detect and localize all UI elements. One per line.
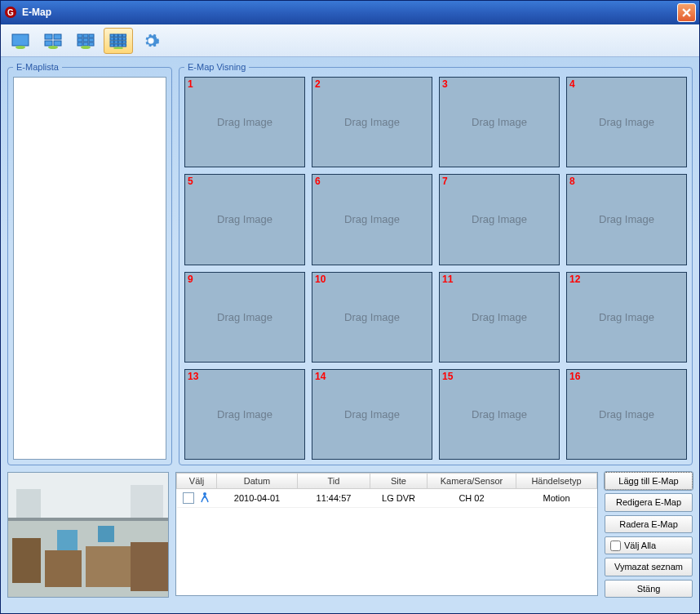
app-logo-icon: G: [4, 6, 17, 19]
svg-rect-19: [110, 34, 114, 37]
grid-cell-15[interactable]: 15Drag Image: [439, 369, 560, 460]
window-title: E-Map: [22, 7, 677, 18]
grid-cell-6[interactable]: 6Drag Image: [312, 174, 432, 265]
col-type[interactable]: Händelsetyp: [516, 474, 597, 489]
grid-cell-10[interactable]: 10Drag Image: [312, 272, 432, 363]
drag-image-label: Drag Image: [217, 213, 272, 225]
edit-emap-button[interactable]: Redigera E-Map: [605, 493, 693, 511]
svg-rect-6: [45, 41, 52, 46]
grid-cell-4[interactable]: 4Drag Image: [566, 77, 687, 167]
svg-rect-24: [114, 38, 118, 40]
svg-rect-39: [8, 518, 168, 521]
emap-window: G E-Map: [0, 0, 700, 614]
table-row[interactable]: 2010-04-01 11:44:57 LG DVR CH 02 Motion: [177, 489, 597, 508]
row-checkbox[interactable]: [183, 492, 194, 504]
main-area: E-Maplista E-Map Visning 1Drag Image2Dra…: [1, 57, 699, 465]
grid-cell-16[interactable]: 16Drag Image: [566, 369, 687, 460]
svg-rect-23: [110, 38, 114, 40]
clear-list-button[interactable]: Vymazat seznam: [605, 558, 693, 576]
side-buttons: Lägg till E-Map Redigera E-Map Radera E-…: [605, 472, 693, 598]
svg-point-8: [48, 46, 58, 49]
emap-grid: 1Drag Image2Drag Image3Drag Image4Drag I…: [184, 77, 687, 460]
delete-emap-button[interactable]: Radera E-Map: [605, 515, 693, 533]
svg-point-18: [81, 46, 91, 49]
svg-rect-47: [98, 526, 114, 542]
layout-1-icon: [11, 33, 30, 49]
grid-cell-5[interactable]: 5Drag Image: [184, 174, 305, 265]
svg-rect-15: [78, 42, 82, 46]
svg-rect-34: [122, 44, 126, 47]
row-select-cell[interactable]: [177, 489, 217, 508]
layout-9-icon: [76, 33, 95, 49]
drag-image-label: Drag Image: [217, 116, 272, 128]
settings-button[interactable]: [136, 28, 166, 54]
drag-image-label: Drag Image: [344, 213, 400, 225]
add-emap-button[interactable]: Lägg till E-Map: [605, 472, 693, 490]
drag-image-label: Drag Image: [472, 213, 527, 225]
select-all-row[interactable]: Välj Alla: [605, 536, 693, 554]
camera-preview-image: [8, 473, 168, 597]
layout-16-icon: [109, 33, 128, 49]
cell-number: 3: [442, 78, 448, 90]
grid-cell-14[interactable]: 14Drag Image: [312, 369, 432, 460]
drag-image-label: Drag Image: [599, 116, 654, 128]
svg-rect-16: [83, 42, 88, 46]
close-window-button[interactable]: [677, 3, 696, 22]
svg-rect-28: [114, 41, 118, 43]
close-button[interactable]: Stäng: [605, 580, 693, 598]
layout-4-icon: [43, 33, 63, 49]
svg-rect-33: [118, 44, 122, 47]
col-select[interactable]: Välj: [177, 474, 217, 489]
event-table[interactable]: Välj Datum Tid Site Kamera/Sensor Händel…: [175, 472, 598, 596]
cell-number: 8: [569, 176, 575, 187]
motion-icon: [199, 492, 210, 505]
grid-cell-9[interactable]: 9Drag Image: [184, 272, 305, 363]
layout-4-button[interactable]: [38, 28, 68, 54]
svg-rect-29: [118, 41, 122, 43]
svg-rect-45: [131, 542, 168, 591]
row-date: 2010-04-01: [217, 489, 298, 508]
grid-cell-3[interactable]: 3Drag Image: [439, 77, 560, 167]
select-all-checkbox[interactable]: [610, 541, 621, 551]
svg-rect-7: [54, 41, 61, 46]
svg-rect-12: [78, 38, 82, 42]
svg-rect-11: [89, 34, 94, 38]
layout-9-button[interactable]: [71, 28, 100, 54]
svg-rect-10: [83, 34, 88, 38]
grid-cell-7[interactable]: 7Drag Image: [439, 174, 560, 265]
cell-number: 16: [569, 371, 580, 382]
camera-preview[interactable]: [7, 472, 169, 598]
cell-number: 1: [188, 78, 193, 90]
cell-number: 5: [188, 176, 193, 187]
drag-image-label: Drag Image: [344, 116, 400, 128]
titlebar: G E-Map: [1, 1, 699, 24]
emap-listbox[interactable]: [13, 77, 166, 460]
svg-rect-44: [86, 546, 131, 587]
col-site[interactable]: Site: [370, 474, 428, 489]
layout-1-button[interactable]: [6, 28, 35, 54]
close-icon: [682, 8, 691, 17]
grid-cell-8[interactable]: 8Drag Image: [566, 174, 687, 265]
grid-cell-12[interactable]: 12Drag Image: [566, 272, 687, 363]
grid-cell-1[interactable]: 1Drag Image: [184, 77, 305, 167]
select-all-label: Välj Alla: [624, 541, 656, 550]
svg-rect-14: [89, 38, 94, 42]
grid-cell-13[interactable]: 13Drag Image: [184, 369, 305, 460]
col-time[interactable]: Tid: [298, 474, 370, 489]
cell-number: 11: [442, 274, 453, 285]
col-camera[interactable]: Kamera/Sensor: [428, 474, 516, 489]
cell-number: 14: [315, 371, 326, 382]
toolbar: [1, 24, 699, 57]
emap-list-panel: E-Maplista: [7, 62, 172, 465]
grid-cell-11[interactable]: 11Drag Image: [439, 272, 560, 363]
col-date[interactable]: Datum: [217, 474, 298, 489]
svg-point-3: [16, 46, 25, 49]
layout-16-button[interactable]: [104, 28, 133, 54]
drag-image-label: Drag Image: [217, 408, 272, 420]
svg-rect-21: [118, 34, 122, 37]
cell-number: 2: [315, 78, 321, 90]
grid-cell-2[interactable]: 2Drag Image: [312, 77, 432, 167]
svg-rect-31: [110, 44, 114, 47]
row-camera: CH 02: [428, 489, 516, 508]
cell-number: 9: [188, 274, 193, 285]
